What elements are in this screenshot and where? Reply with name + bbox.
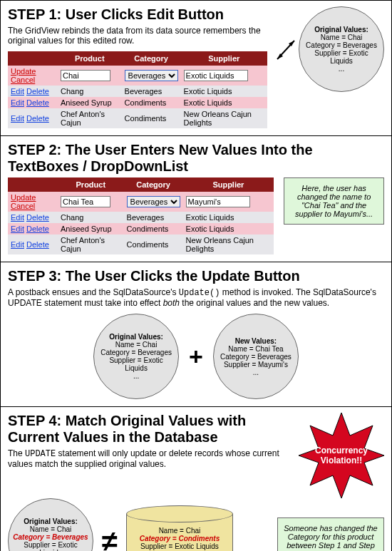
step1-title: STEP 1: User Clicks Edit Button: [8, 6, 267, 23]
product-input[interactable]: [61, 70, 110, 81]
table-row: Edit Delete Chang Beverages Exotic Liqui…: [8, 86, 267, 97]
edit-row: Update Cancel Beverages: [8, 66, 267, 86]
database-cylinder: Name = Chai Category = Condiments Suppli…: [126, 505, 233, 551]
update-link[interactable]: Update: [11, 193, 36, 202]
edit-link[interactable]: Edit: [11, 114, 24, 123]
step1-desc: The GridView rebinds the data from its d…: [8, 26, 267, 46]
cancel-link[interactable]: Cancel: [11, 202, 35, 210]
step4-title: STEP 4: Match Original Values with Curre…: [8, 413, 293, 446]
col-product: Product: [58, 51, 122, 66]
grid1: Product Category Supplier Update Cancel …: [8, 51, 267, 128]
product-input[interactable]: [61, 196, 110, 207]
original-values-bubble: Original Values: Name = Chai Category = …: [93, 314, 179, 399]
table-row: Edit Delete Aniseed Syrup Condiments Exo…: [8, 97, 267, 108]
grid2: Product Category Supplier Update Cancel …: [8, 177, 274, 254]
edit-link[interactable]: Edit: [11, 87, 24, 96]
supplier-input[interactable]: [186, 196, 250, 207]
category-select[interactable]: Beverages: [125, 70, 178, 81]
step2-title: STEP 2: The User Enters New Values Into …: [8, 142, 384, 175]
new-values-bubble: New Values: Name = Chai Tea Category = B…: [213, 314, 299, 399]
grid-header-row: Product Category Supplier: [8, 51, 267, 66]
delete-link[interactable]: Delete: [26, 98, 49, 107]
update-link[interactable]: Update: [11, 67, 36, 76]
edit-link[interactable]: Edit: [11, 98, 24, 107]
step2-note: Here, the user has changed the name to "…: [284, 177, 384, 225]
arrow-icon: [276, 35, 297, 63]
supplier-input[interactable]: [184, 70, 248, 81]
step3-title: STEP 3: The User Clicks the Update Butto…: [8, 268, 384, 284]
step1-panel: STEP 1: User Clicks Edit Button The Grid…: [0, 0, 392, 136]
category-select[interactable]: Beverages: [127, 196, 180, 207]
step2-panel: STEP 2: The User Enters New Values Into …: [0, 136, 392, 262]
step4-note: Someone has changed the Category for thi…: [277, 517, 384, 551]
violation-star: Concurrency Violation!!: [299, 413, 384, 498]
original-values-bubble: Original Values: Name = Chai Category = …: [8, 498, 93, 551]
col-supplier: Supplier: [181, 51, 267, 66]
step4-desc: The UPDATE statement will only update or…: [8, 448, 293, 469]
step3-desc: A postback ensues and the SqlDataSource'…: [8, 287, 384, 308]
delete-link[interactable]: Delete: [26, 114, 49, 123]
step4-panel: STEP 4: Match Original Values with Curre…: [0, 407, 392, 551]
cancel-link[interactable]: Cancel: [11, 76, 35, 84]
original-values-bubble: Original Values: Name = Chai Category = …: [299, 6, 384, 92]
delete-link[interactable]: Delete: [26, 87, 49, 96]
not-equal-icon: ≠: [102, 525, 118, 552]
table-row: Edit Delete Chef Anton's Cajun Condiment…: [8, 108, 267, 128]
col-category: Category: [122, 51, 181, 66]
plus-icon: +: [189, 343, 203, 371]
step3-panel: STEP 3: The User Clicks the Update Butto…: [0, 262, 392, 407]
